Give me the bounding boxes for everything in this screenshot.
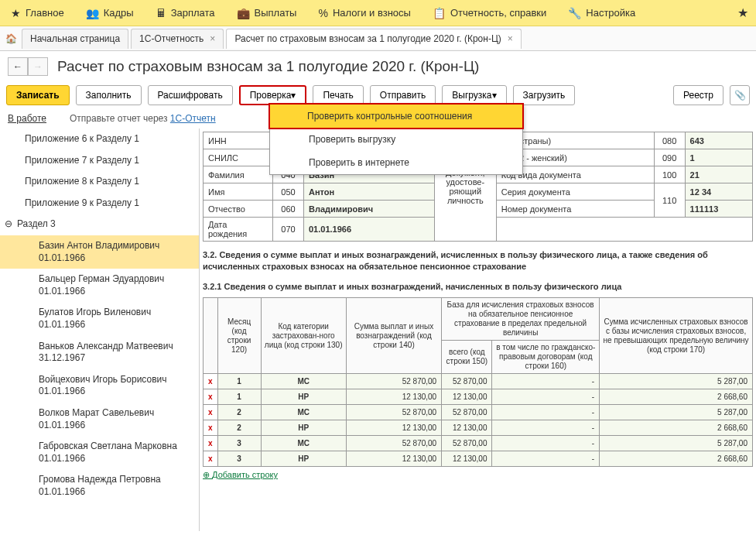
add-row-link[interactable]: Добавить строку — [203, 470, 278, 480]
cell-total[interactable]: 52 870,00 — [442, 374, 492, 389]
sidebar-item-app7[interactable]: Приложение 7 к Разделу 1 — [0, 150, 199, 172]
table-row[interactable]: x 1 НР 12 130,00 12 130,00 - 2 668,60 — [204, 389, 753, 405]
write-button[interactable]: Записать — [6, 85, 70, 105]
cell-month[interactable]: 2 — [217, 420, 261, 436]
cell-month[interactable]: 3 — [217, 451, 261, 467]
cell-category[interactable]: НР — [261, 451, 346, 467]
cell-category[interactable]: МС — [261, 374, 346, 389]
fill-button[interactable]: Заполнить — [76, 85, 142, 105]
docseries-value[interactable]: 12 34 — [685, 183, 752, 201]
person-item[interactable]: Булатов Игорь Виленович 01.01.1966 — [0, 302, 199, 335]
table-row[interactable]: x 3 НР 12 130,00 12 130,00 - 2 668,60 — [204, 451, 753, 467]
table-row[interactable]: x 2 МС 52 870,00 52 870,00 - 5 287,00 — [204, 405, 753, 420]
delete-row-icon[interactable]: x — [204, 436, 218, 451]
delete-row-icon[interactable]: x — [204, 389, 218, 405]
menu-settings[interactable]: 🔧Настройка — [557, 0, 646, 26]
close-icon[interactable]: × — [210, 33, 215, 44]
check-internet[interactable]: Проверить в интернете — [270, 151, 522, 174]
sidebar-item-app9[interactable]: Приложение 9 к Разделу 1 — [0, 193, 199, 214]
favorite-button[interactable]: ★ — [730, 0, 756, 26]
cell-category[interactable]: НР — [261, 420, 346, 436]
cell-payments[interactable]: 52 870,00 — [346, 436, 441, 451]
attach-button[interactable]: 📎 — [730, 85, 750, 105]
delete-row-icon[interactable]: x — [204, 420, 218, 436]
cell-civil[interactable]: - — [492, 405, 600, 420]
cell-calc[interactable]: 5 287,00 — [600, 436, 753, 451]
registry-button[interactable]: Реестр — [673, 85, 724, 105]
cell-payments[interactable]: 52 870,00 — [346, 405, 441, 420]
sidebar-section-header[interactable]: ⊖Раздел 3 — [0, 214, 199, 235]
tab-start[interactable]: Начальная страница — [22, 29, 128, 49]
status-link[interactable]: В работе — [8, 113, 46, 124]
person-item[interactable]: Волков Марат Савельевич 01.01.1966 — [0, 403, 199, 436]
cell-calc[interactable]: 2 668,60 — [600, 451, 753, 467]
cell-total[interactable]: 52 870,00 — [442, 436, 492, 451]
cell-category[interactable]: НР — [261, 389, 346, 405]
cell-category[interactable]: МС — [261, 436, 346, 451]
sidebar-item-app8[interactable]: Приложение 8 к Разделу 1 — [0, 171, 199, 193]
nav-forward[interactable]: → — [28, 57, 48, 76]
home-icon[interactable]: 🏠 — [0, 33, 22, 44]
cell-calc[interactable]: 2 668,60 — [600, 420, 753, 436]
doctype-value[interactable]: 21 — [685, 166, 752, 183]
table-row[interactable]: x 1 МС 52 870,00 52 870,00 - 5 287,00 — [204, 374, 753, 389]
check-export[interactable]: Проверить выгрузку — [270, 128, 522, 151]
cell-payments[interactable]: 12 130,00 — [346, 451, 441, 467]
cell-civil[interactable]: - — [492, 451, 600, 467]
docnum-value[interactable]: 111113 — [685, 201, 752, 218]
cell-month[interactable]: 3 — [217, 436, 261, 451]
person-item[interactable]: Громова Надежда Петровна 01.01.1966 — [0, 469, 199, 502]
nav-back[interactable]: ← — [8, 57, 28, 76]
birthdate-value[interactable]: 01.01.1966 — [304, 218, 435, 242]
person-item[interactable]: Бальцер Герман Эдуардович 01.01.1966 — [0, 269, 199, 302]
cell-payments[interactable]: 52 870,00 — [346, 374, 441, 389]
cell-month[interactable]: 1 — [217, 374, 261, 389]
cell-total[interactable]: 52 870,00 — [442, 405, 492, 420]
main-area[interactable]: ИНН Документ, удостове-ряющий личность (… — [200, 129, 756, 531]
cell-payments[interactable]: 12 130,00 — [346, 389, 441, 405]
delete-row-icon[interactable]: x — [204, 405, 218, 420]
cell-category[interactable]: МС — [261, 405, 346, 420]
menu-payments[interactable]: 💼Выплаты — [226, 0, 308, 26]
close-icon[interactable]: × — [508, 33, 513, 44]
person-item[interactable]: Базин Антон Владимирович 01.01.1966 — [0, 235, 199, 269]
patronymic-value[interactable]: Владимирович — [304, 201, 435, 218]
cell-month[interactable]: 2 — [217, 405, 261, 420]
table-row[interactable]: x 2 НР 12 130,00 12 130,00 - 2 668,60 — [204, 420, 753, 436]
cell-total[interactable]: 12 130,00 — [442, 389, 492, 405]
menu-main[interactable]: ★Главное — [0, 0, 75, 26]
decode-button[interactable]: Расшифровать — [148, 85, 233, 105]
sidebar-item-app6[interactable]: Приложение 6 к Разделу 1 — [0, 129, 199, 150]
cell-civil[interactable]: - — [492, 436, 600, 451]
cell-calc[interactable]: 5 287,00 — [600, 405, 753, 420]
cell-calc[interactable]: 2 668,60 — [600, 389, 753, 405]
gender-value[interactable]: 1 — [685, 149, 752, 166]
cell-civil[interactable]: - — [492, 374, 600, 389]
cell-month[interactable]: 1 — [217, 389, 261, 405]
docnum-code: 110 — [654, 183, 685, 218]
table-row[interactable]: x 3 МС 52 870,00 52 870,00 - 5 287,00 — [204, 436, 753, 451]
tab-reporting[interactable]: 1С-Отчетность× — [131, 29, 224, 49]
country-value[interactable]: 643 — [685, 132, 752, 149]
menu-salary[interactable]: 🖩Зарплата — [145, 0, 226, 26]
cell-civil[interactable]: - — [492, 389, 600, 405]
sidebar[interactable]: Приложение 6 к Разделу 1 Приложение 7 к … — [0, 129, 200, 531]
delete-row-icon[interactable]: x — [204, 374, 218, 389]
check-ratios[interactable]: Проверить контрольные соотношения — [269, 103, 524, 129]
menu-hr[interactable]: 👥Кадры — [75, 0, 145, 26]
person-item[interactable]: Габровская Светлана Марковна 01.01.1966 — [0, 436, 199, 469]
delete-row-icon[interactable]: x — [204, 451, 218, 467]
person-item[interactable]: Войцехович Игорь Борисович 01.01.1966 — [0, 369, 199, 403]
cell-payments[interactable]: 12 130,00 — [346, 420, 441, 436]
menu-reports[interactable]: 📋Отчетность, справки — [422, 0, 557, 26]
menu-taxes[interactable]: %Налоги и взносы — [307, 0, 422, 26]
status-reporting-link[interactable]: 1С-Отчетн — [170, 113, 216, 124]
person-item[interactable]: Ваньков Александр Матвеевич 31.12.1967 — [0, 336, 199, 369]
collapse-icon[interactable]: ⊖ — [5, 218, 12, 231]
tab-calculation[interactable]: Расчет по страховым взносам за 1 полугод… — [226, 29, 521, 49]
firstname-value[interactable]: Антон — [304, 183, 435, 201]
cell-total[interactable]: 12 130,00 — [442, 420, 492, 436]
cell-total[interactable]: 12 130,00 — [442, 451, 492, 467]
cell-calc[interactable]: 5 287,00 — [600, 374, 753, 389]
cell-civil[interactable]: - — [492, 420, 600, 436]
